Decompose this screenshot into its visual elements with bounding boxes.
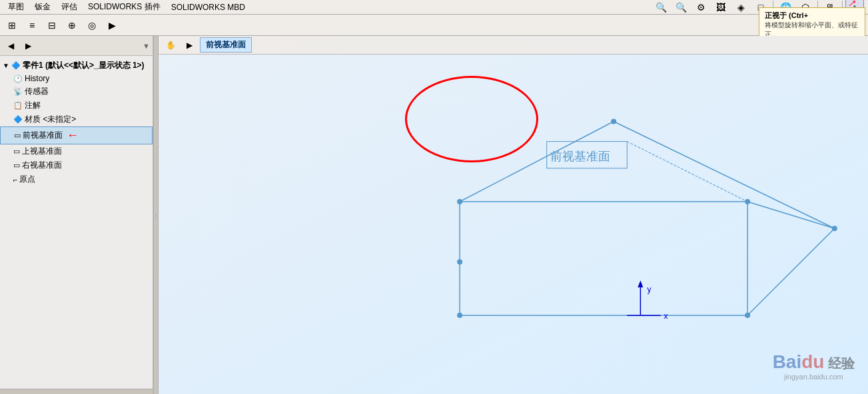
right-plane-label: 右视基准面 [22, 160, 62, 171]
menu-sw-plugin[interactable]: SOLIDWORKS 插件 [83, 0, 166, 14]
menu-bar: 草图 钣金 评估 SOLIDWORKS 插件 SOLIDWORKS MBD 🔍 … [0, 0, 868, 15]
front-plane-icon: ▭ [14, 131, 21, 140]
front-plane-label: 前视基准面 [23, 130, 63, 141]
main-toolbar: ⊞ ≡ ⊟ ⊕ ◎ ▶ 正视于 (Ctrl+ 将模型旋转和缩小平面、或特征正..… [0, 15, 868, 36]
menu-sw-mbd[interactable]: SOLIDWORKS MBD [166, 1, 250, 13]
sidebar-item-top-plane[interactable]: ▭ 上视基准面 [0, 144, 153, 158]
search2-btn[interactable]: 🔍 [671, 0, 690, 16]
sidebar-item-annotation[interactable]: 📋 注解 [0, 98, 153, 112]
svg-text:y: y [647, 285, 651, 294]
top-plane-label: 上视基准面 [22, 146, 62, 157]
top-plane-icon: ▭ [13, 147, 20, 156]
origin-icon: ⌐ [13, 176, 17, 184]
history-label: History [25, 74, 49, 83]
main-layout: ◀ ▶ ▼ ▼ 🔷 零件1 (默认<<默认>_显示状态 1>) 🕐 Histor… [0, 36, 868, 394]
material-label: 材质 <未指定> [25, 114, 76, 125]
root-label: 零件1 (默认<<默认>_显示状态 1>) [23, 60, 145, 71]
svg-rect-0 [159, 55, 868, 394]
history-icon: 🕐 [13, 75, 23, 83]
right-plane-icon: ▭ [13, 161, 20, 170]
info-title: 正视于 (Ctrl+ [765, 11, 859, 21]
render-btn[interactable]: ◈ [731, 0, 750, 16]
svg-point-10 [745, 313, 750, 318]
sidebar-toolbar: ◀ ▶ ▼ [0, 36, 153, 56]
tree-root[interactable]: ▼ 🔷 零件1 (默认<<默认>_显示状态 1>) [0, 59, 153, 73]
filter-icon: ▼ [143, 42, 150, 50]
toolbar-more[interactable]: ▶ [103, 17, 121, 34]
canvas-toolbar: ✋ ▶ 前视基准面 [159, 36, 868, 55]
sidebar-item-history[interactable]: 🕐 History [0, 73, 153, 85]
expand-icon: ▼ [3, 62, 9, 69]
svg-text:前视基准面: 前视基准面 [550, 150, 610, 163]
svg-text:x: x [664, 311, 668, 321]
toolbar-circle[interactable]: ◎ [83, 17, 101, 34]
watermark-brand: Baidu 经验 [773, 351, 855, 373]
sidebar-item-material[interactable]: 🔷 材质 <未指定> [0, 112, 153, 126]
sensor-label: 传感器 [25, 86, 49, 97]
origin-label: 原点 [19, 174, 35, 185]
sensor-icon: 📡 [13, 87, 23, 96]
menu-sketch[interactable]: 草图 [3, 0, 29, 14]
sidebar-resize-handle[interactable] [0, 389, 153, 394]
svg-point-15 [457, 259, 462, 264]
menu-sheetmetal[interactable]: 钣金 [29, 0, 56, 14]
svg-point-12 [457, 199, 462, 204]
sidebar-item-front-plane[interactable]: ▭ 前视基准面 ← [0, 126, 153, 144]
search-btn[interactable]: 🔍 [651, 0, 670, 16]
canvas-hand-btn[interactable]: ✋ [163, 38, 179, 53]
sidebar: ◀ ▶ ▼ ▼ 🔷 零件1 (默认<<默认>_显示状态 1>) 🕐 Histor… [0, 36, 153, 394]
svg-point-13 [611, 118, 616, 124]
svg-point-14 [832, 226, 837, 231]
menu-evaluate[interactable]: 评估 [56, 0, 83, 14]
sidebar-item-right-plane[interactable]: ▭ 右视基准面 [0, 158, 153, 172]
annotation-icon: 📋 [13, 101, 23, 110]
part-icon: 🔷 [11, 61, 21, 70]
toolbar-grid[interactable]: ⊞ [3, 17, 21, 34]
sidebar-item-sensor[interactable]: 📡 传感器 [0, 85, 153, 98]
red-arrow-icon: ← [67, 128, 79, 142]
canvas-svg: y x 前视基准面 [159, 55, 868, 394]
vertical-resize-handle[interactable]: ⋮ [153, 36, 159, 394]
sidebar-btn-2[interactable]: ▶ [20, 39, 36, 53]
toolbar-split[interactable]: ⊟ [43, 17, 61, 34]
toolbar-cross[interactable]: ⊕ [63, 17, 81, 34]
annotation-label: 注解 [25, 100, 41, 111]
settings-btn[interactable]: ⚙ [691, 0, 710, 16]
view3d-btn[interactable]: 🖼 [711, 0, 730, 16]
watermark-url: jingyan.baidu.com [773, 373, 855, 381]
tree-area: ▼ 🔷 零件1 (默认<<默认>_显示状态 1>) 🕐 History 📡 传感… [0, 56, 153, 389]
canvas-area[interactable]: ✋ ▶ 前视基准面 [159, 36, 868, 394]
svg-point-9 [457, 313, 462, 318]
sidebar-btn-1[interactable]: ◀ [3, 39, 19, 53]
view-label: 前视基准面 [200, 37, 252, 53]
watermark: Baidu 经验 jingyan.baidu.com [773, 351, 855, 381]
material-icon: 🔷 [13, 115, 23, 124]
canvas-nav-btn[interactable]: ▶ [181, 38, 197, 53]
toolbar-list[interactable]: ≡ [23, 17, 41, 34]
sidebar-item-origin[interactable]: ⌐ 原点 [0, 172, 153, 186]
